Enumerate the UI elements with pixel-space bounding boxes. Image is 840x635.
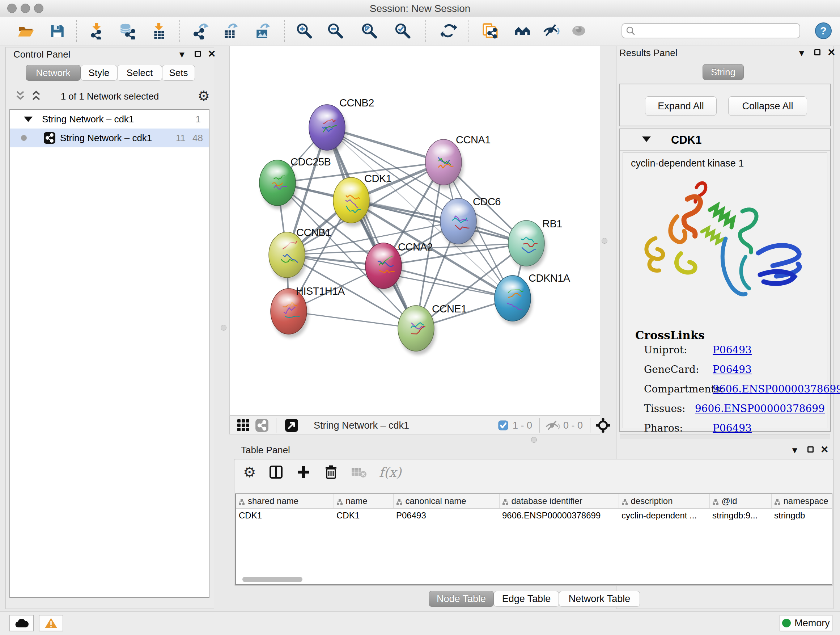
export-network-icon[interactable] [193, 22, 210, 40]
network-node-cdk1[interactable] [333, 177, 371, 226]
tab-select[interactable]: Select [117, 65, 162, 81]
network-view[interactable]: CCNB2CCNA1CDC25BCDK1CDC6RB1CCNB1CCNA2CDK… [229, 46, 600, 416]
expand-all-button[interactable]: Expand All [645, 96, 717, 116]
network-options-gear-icon[interactable]: ⚙ [197, 88, 210, 104]
network-node-cdkn1a[interactable] [494, 276, 532, 325]
search-input[interactable] [635, 25, 799, 36]
control-panel: Control Panel ▼ ✕ NetworkStyleSelectSets… [5, 47, 214, 609]
crosslink-link[interactable]: P06493 [713, 363, 752, 375]
crosslink-link[interactable]: 9606.ENSP00000378699 [695, 402, 825, 415]
column-header[interactable]: namespace [771, 494, 832, 508]
apply-preferred-layout-icon[interactable] [440, 22, 458, 40]
column-header[interactable]: shared name [236, 494, 333, 508]
table-row[interactable]: CDK1CDK1P064939606.ENSP00000378699cyclin… [236, 508, 832, 523]
results-scroll-track[interactable] [620, 434, 830, 439]
table-options-gear-icon[interactable]: ⚙ [243, 464, 256, 480]
toolbar-separator [76, 20, 77, 42]
selected-checkbox-icon[interactable] [498, 420, 508, 431]
import-database-icon[interactable] [118, 22, 136, 40]
collection-expand-icon[interactable] [24, 117, 33, 122]
network-list: String Network – cdk1 1 String Network –… [9, 109, 210, 598]
column-header[interactable]: @id [709, 494, 771, 508]
column-header[interactable]: description [619, 494, 709, 508]
tab-style[interactable]: Style [81, 65, 117, 81]
column-header[interactable]: name [333, 494, 393, 508]
open-in-window-icon[interactable] [285, 418, 298, 432]
memory-button[interactable]: Memory [780, 615, 832, 631]
column-header[interactable]: database identifier [499, 494, 619, 508]
panel-float-icon[interactable] [807, 447, 813, 453]
tab-node-table[interactable]: Node Table [429, 591, 494, 607]
help-button[interactable]: ? [815, 22, 832, 39]
tab-network[interactable]: Network [26, 65, 81, 81]
node-label: CCNB1 [296, 226, 331, 238]
table-cell: CDK1 [333, 508, 393, 523]
network-node-ccna1[interactable] [425, 139, 463, 188]
cloud-button[interactable] [9, 615, 34, 631]
save-icon[interactable] [49, 22, 66, 40]
table-cell: stringdb [771, 508, 832, 523]
table-hscroll-thumb[interactable] [242, 577, 302, 582]
panel-close-icon[interactable]: ✕ [208, 48, 216, 60]
crosslink-link[interactable]: P06493 [713, 344, 752, 356]
network-edge[interactable] [327, 127, 416, 328]
panel-menu-icon[interactable]: ▼ [797, 48, 806, 58]
network-node-ccnb1[interactable] [269, 232, 307, 281]
export-table-icon[interactable] [222, 22, 239, 40]
right-split-handle[interactable] [602, 238, 607, 244]
first-neighbors-icon[interactable] [514, 22, 531, 40]
birds-eye-icon[interactable] [596, 418, 610, 432]
tab-edge-table[interactable]: Edge Table [494, 591, 559, 607]
panel-float-icon[interactable] [814, 49, 821, 55]
panel-float-icon[interactable] [195, 51, 201, 57]
show-columns-icon[interactable] [268, 464, 284, 480]
open-icon[interactable] [17, 22, 34, 40]
zoom-fit-icon[interactable] [361, 22, 378, 40]
crosslink-link[interactable]: P06493 [713, 422, 752, 434]
network-row[interactable]: String Network – cdk1 11 48 [10, 128, 209, 147]
string-network-icon[interactable] [255, 418, 269, 432]
network-node-ccne1[interactable] [398, 306, 436, 355]
panel-menu-icon[interactable]: ▼ [178, 50, 186, 60]
network-node-ccnb2[interactable] [309, 105, 347, 154]
collapse-all-button[interactable]: Collapse All [728, 96, 807, 116]
bottom-split-handle[interactable] [531, 437, 537, 443]
tab-network-table[interactable]: Network Table [559, 591, 640, 607]
node-table[interactable]: shared namenamecanonical namedatabase id… [235, 494, 832, 585]
column-header[interactable]: canonical name [393, 494, 499, 508]
tab-string[interactable]: String [703, 64, 744, 80]
crosslink-row: Pharos:P06493 [644, 422, 825, 434]
zoom-in-icon[interactable] [296, 22, 313, 40]
hide-selected-icon[interactable] [543, 22, 560, 40]
zoom-out-icon[interactable] [327, 22, 344, 40]
network-canvas[interactable]: CCNB2CCNA1CDC25BCDK1CDC6RB1CCNB1CCNA2CDK… [230, 46, 600, 415]
show-all-icon[interactable] [571, 22, 588, 40]
clone-network-icon[interactable] [481, 22, 499, 40]
entry-collapse-icon[interactable] [642, 136, 651, 142]
left-split-handle[interactable] [221, 325, 226, 331]
export-image-icon[interactable] [254, 22, 271, 40]
delete-column-icon[interactable] [324, 464, 339, 480]
memory-label: Memory [794, 618, 830, 629]
crosslink-row: Tissues:9606.ENSP00000378699 [644, 402, 825, 415]
search-box[interactable] [622, 23, 800, 38]
tab-sets[interactable]: Sets [162, 65, 195, 81]
node-label: CCNA1 [456, 134, 491, 146]
panel-menu-icon[interactable]: ▼ [790, 445, 799, 455]
network-node-rb1[interactable] [508, 220, 546, 270]
results-buttons-box: Expand All Collapse All [619, 84, 831, 126]
grid-view-icon[interactable] [237, 419, 250, 432]
panel-close-icon[interactable]: ✕ [821, 444, 829, 455]
zoom-selected-icon[interactable] [394, 22, 412, 40]
crosslink-label: Pharos: [644, 422, 713, 434]
import-table-icon[interactable] [150, 22, 168, 40]
table-hscrollbar[interactable] [237, 577, 831, 583]
warning-icon [44, 617, 57, 629]
network-collection-row[interactable]: String Network – cdk1 1 [10, 110, 209, 128]
window-title: Session: New Session [0, 3, 840, 14]
crosslink-link[interactable]: 9606.ENSP00000378699 [713, 383, 840, 395]
add-column-icon[interactable] [296, 464, 311, 480]
warnings-button[interactable] [39, 615, 63, 631]
import-network-icon[interactable] [88, 22, 106, 40]
panel-close-icon[interactable]: ✕ [827, 47, 836, 58]
